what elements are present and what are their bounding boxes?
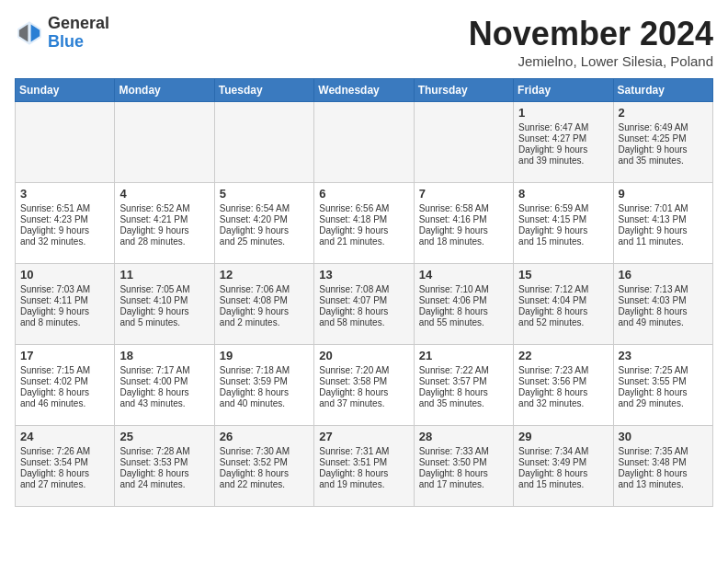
day-info: Sunrise: 7:22 AM Sunset: 3:57 PM Dayligh… — [419, 365, 489, 408]
calendar-day-cell: 25Sunrise: 7:28 AM Sunset: 3:53 PM Dayli… — [115, 426, 214, 507]
day-info: Sunrise: 7:03 AM Sunset: 4:11 PM Dayligh… — [20, 284, 90, 327]
logo-text: General Blue — [48, 15, 109, 52]
day-number: 2 — [619, 106, 708, 120]
page-header: General Blue November 2024 Jemielno, Low… — [15, 15, 713, 69]
calendar-day-cell: 1Sunrise: 6:47 AM Sunset: 4:27 PM Daylig… — [514, 102, 613, 183]
day-info: Sunrise: 7:08 AM Sunset: 4:07 PM Dayligh… — [319, 284, 389, 327]
weekday-header-cell: Monday — [115, 79, 214, 102]
day-number: 21 — [419, 349, 508, 362]
location: Jemielno, Lower Silesia, Poland — [469, 53, 713, 69]
day-info: Sunrise: 6:59 AM Sunset: 4:15 PM Dayligh… — [518, 203, 588, 247]
calendar-day-cell — [214, 102, 313, 183]
day-number: 10 — [20, 268, 109, 282]
calendar-day-cell: 11Sunrise: 7:05 AM Sunset: 4:10 PM Dayli… — [115, 264, 214, 345]
calendar-day-cell: 16Sunrise: 7:13 AM Sunset: 4:03 PM Dayli… — [613, 264, 712, 345]
day-number: 11 — [119, 268, 209, 282]
day-number: 16 — [619, 268, 708, 282]
calendar-day-cell: 18Sunrise: 7:17 AM Sunset: 4:00 PM Dayli… — [115, 345, 214, 426]
calendar-body: 1Sunrise: 6:47 AM Sunset: 4:27 PM Daylig… — [16, 102, 713, 507]
logo-blue: Blue — [48, 32, 84, 51]
day-info: Sunrise: 6:47 AM Sunset: 4:27 PM Dayligh… — [518, 122, 588, 166]
weekday-header-cell: Thursday — [414, 79, 513, 102]
day-info: Sunrise: 6:52 AM Sunset: 4:21 PM Dayligh… — [119, 203, 189, 247]
day-number: 26 — [220, 430, 309, 443]
day-info: Sunrise: 7:20 AM Sunset: 3:58 PM Dayligh… — [319, 365, 389, 408]
calendar-day-cell: 24Sunrise: 7:26 AM Sunset: 3:54 PM Dayli… — [16, 426, 115, 507]
day-info: Sunrise: 7:18 AM Sunset: 3:59 PM Dayligh… — [220, 365, 290, 408]
weekday-header-cell: Wednesday — [314, 79, 414, 102]
day-info: Sunrise: 7:10 AM Sunset: 4:06 PM Dayligh… — [419, 284, 489, 327]
calendar-day-cell: 12Sunrise: 7:06 AM Sunset: 4:08 PM Dayli… — [214, 264, 313, 345]
calendar-table: SundayMondayTuesdayWednesdayThursdayFrid… — [15, 78, 713, 507]
calendar-day-cell: 21Sunrise: 7:22 AM Sunset: 3:57 PM Dayli… — [414, 345, 513, 426]
day-number: 4 — [119, 187, 209, 201]
calendar-day-cell — [414, 102, 513, 183]
day-info: Sunrise: 6:54 AM Sunset: 4:20 PM Dayligh… — [220, 203, 290, 247]
day-number: 15 — [518, 268, 608, 282]
weekday-header-cell: Sunday — [16, 79, 115, 102]
logo-icon — [15, 18, 44, 48]
day-number: 5 — [220, 187, 309, 201]
day-number: 1 — [518, 106, 608, 120]
day-info: Sunrise: 7:31 AM Sunset: 3:51 PM Dayligh… — [319, 446, 389, 489]
day-number: 19 — [220, 349, 309, 362]
calendar-day-cell: 9Sunrise: 7:01 AM Sunset: 4:13 PM Daylig… — [613, 183, 712, 264]
day-number: 6 — [319, 187, 408, 201]
calendar-day-cell: 26Sunrise: 7:30 AM Sunset: 3:52 PM Dayli… — [214, 426, 313, 507]
day-info: Sunrise: 7:33 AM Sunset: 3:50 PM Dayligh… — [419, 446, 489, 489]
day-info: Sunrise: 7:17 AM Sunset: 4:00 PM Dayligh… — [119, 365, 189, 408]
calendar-day-cell: 3Sunrise: 6:51 AM Sunset: 4:23 PM Daylig… — [16, 183, 115, 264]
calendar-day-cell — [314, 102, 414, 183]
day-info: Sunrise: 7:30 AM Sunset: 3:52 PM Dayligh… — [220, 446, 290, 489]
day-number: 23 — [619, 349, 708, 362]
day-number: 25 — [119, 430, 209, 443]
month-title: November 2024 — [469, 15, 713, 53]
calendar-day-cell: 10Sunrise: 7:03 AM Sunset: 4:11 PM Dayli… — [16, 264, 115, 345]
calendar-day-cell: 17Sunrise: 7:15 AM Sunset: 4:02 PM Dayli… — [16, 345, 115, 426]
day-number: 28 — [419, 430, 508, 443]
title-block: November 2024 Jemielno, Lower Silesia, P… — [469, 15, 713, 69]
day-number: 8 — [518, 187, 608, 201]
calendar-week-row: 10Sunrise: 7:03 AM Sunset: 4:11 PM Dayli… — [16, 264, 713, 345]
day-info: Sunrise: 6:58 AM Sunset: 4:16 PM Dayligh… — [419, 203, 489, 247]
calendar-week-row: 17Sunrise: 7:15 AM Sunset: 4:02 PM Dayli… — [16, 345, 713, 426]
calendar-day-cell: 13Sunrise: 7:08 AM Sunset: 4:07 PM Dayli… — [314, 264, 414, 345]
day-number: 3 — [20, 187, 109, 201]
day-number: 20 — [319, 349, 408, 362]
calendar-day-cell: 29Sunrise: 7:34 AM Sunset: 3:49 PM Dayli… — [514, 426, 613, 507]
calendar-day-cell: 6Sunrise: 6:56 AM Sunset: 4:18 PM Daylig… — [314, 183, 414, 264]
logo: General Blue — [15, 15, 109, 52]
weekday-header-cell: Friday — [514, 79, 613, 102]
calendar-day-cell — [115, 102, 214, 183]
day-number: 24 — [20, 430, 109, 443]
day-number: 18 — [119, 349, 209, 362]
logo-general: General — [48, 14, 109, 32]
day-number: 12 — [220, 268, 309, 282]
day-info: Sunrise: 6:49 AM Sunset: 4:25 PM Dayligh… — [619, 122, 688, 166]
calendar-week-row: 3Sunrise: 6:51 AM Sunset: 4:23 PM Daylig… — [16, 183, 713, 264]
day-number: 27 — [319, 430, 408, 443]
day-info: Sunrise: 7:35 AM Sunset: 3:48 PM Dayligh… — [619, 446, 688, 489]
calendar-day-cell: 8Sunrise: 6:59 AM Sunset: 4:15 PM Daylig… — [514, 183, 613, 264]
day-number: 30 — [619, 430, 708, 443]
day-number: 9 — [619, 187, 708, 201]
calendar-week-row: 1Sunrise: 6:47 AM Sunset: 4:27 PM Daylig… — [16, 102, 713, 183]
day-info: Sunrise: 7:01 AM Sunset: 4:13 PM Dayligh… — [619, 203, 688, 247]
day-info: Sunrise: 6:51 AM Sunset: 4:23 PM Dayligh… — [20, 203, 90, 247]
calendar-day-cell: 20Sunrise: 7:20 AM Sunset: 3:58 PM Dayli… — [314, 345, 414, 426]
calendar-day-cell: 5Sunrise: 6:54 AM Sunset: 4:20 PM Daylig… — [214, 183, 313, 264]
weekday-header-cell: Saturday — [613, 79, 712, 102]
day-info: Sunrise: 7:12 AM Sunset: 4:04 PM Dayligh… — [518, 284, 588, 327]
day-info: Sunrise: 7:25 AM Sunset: 3:55 PM Dayligh… — [619, 365, 688, 408]
day-info: Sunrise: 7:28 AM Sunset: 3:53 PM Dayligh… — [119, 446, 189, 489]
day-info: Sunrise: 6:56 AM Sunset: 4:18 PM Dayligh… — [319, 203, 389, 247]
day-info: Sunrise: 7:34 AM Sunset: 3:49 PM Dayligh… — [518, 446, 588, 489]
day-info: Sunrise: 7:05 AM Sunset: 4:10 PM Dayligh… — [119, 284, 189, 327]
day-info: Sunrise: 7:13 AM Sunset: 4:03 PM Dayligh… — [619, 284, 688, 327]
calendar-day-cell: 28Sunrise: 7:33 AM Sunset: 3:50 PM Dayli… — [414, 426, 513, 507]
day-number: 14 — [419, 268, 508, 282]
calendar-day-cell: 14Sunrise: 7:10 AM Sunset: 4:06 PM Dayli… — [414, 264, 513, 345]
day-info: Sunrise: 7:06 AM Sunset: 4:08 PM Dayligh… — [220, 284, 290, 327]
day-info: Sunrise: 7:23 AM Sunset: 3:56 PM Dayligh… — [518, 365, 588, 408]
day-number: 22 — [518, 349, 608, 362]
